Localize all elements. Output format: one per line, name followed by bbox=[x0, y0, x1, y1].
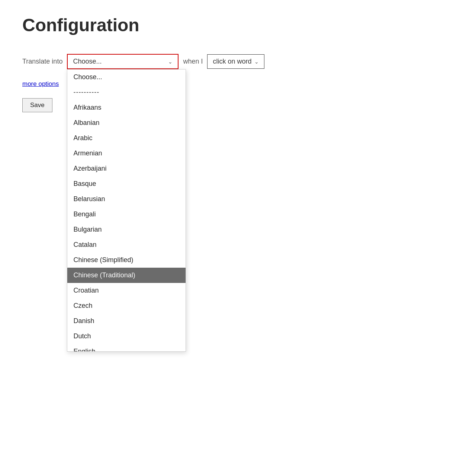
language-option[interactable]: Bulgarian bbox=[67, 222, 186, 237]
language-chevron-icon: ⌄ bbox=[168, 59, 173, 65]
config-row: Translate into Choose... ⌄ Choose...----… bbox=[22, 54, 454, 69]
language-option[interactable]: Afrikaans bbox=[67, 100, 186, 115]
language-option[interactable]: Chinese (Simplified) bbox=[67, 252, 186, 268]
when-select-value: click on word bbox=[213, 58, 251, 65]
language-option[interactable]: Czech bbox=[67, 298, 186, 313]
language-option[interactable]: Danish bbox=[67, 313, 186, 329]
when-label: when I bbox=[183, 58, 203, 65]
save-button[interactable]: Save bbox=[22, 98, 52, 112]
language-option[interactable]: Croatian bbox=[67, 283, 186, 298]
language-dropdown-menu: Choose...----------AfrikaansAlbanianArab… bbox=[67, 69, 186, 352]
language-option[interactable]: Albanian bbox=[67, 115, 186, 130]
language-dropdown-container: Choose... ⌄ Choose...----------Afrikaans… bbox=[67, 54, 178, 69]
language-option[interactable]: Bengali bbox=[67, 207, 186, 222]
language-option[interactable]: ---------- bbox=[67, 85, 186, 100]
language-option[interactable]: Catalan bbox=[67, 237, 186, 252]
language-select-button[interactable]: Choose... ⌄ bbox=[67, 54, 178, 69]
language-option[interactable]: Armenian bbox=[67, 146, 186, 161]
language-option[interactable]: Choose... bbox=[67, 70, 186, 85]
language-option[interactable]: Basque bbox=[67, 176, 186, 191]
language-option[interactable]: Dutch bbox=[67, 329, 186, 344]
language-option[interactable]: English bbox=[67, 344, 186, 352]
language-option[interactable]: Arabic bbox=[67, 130, 186, 146]
language-option[interactable]: Chinese (Traditional) bbox=[67, 268, 186, 283]
page-title: Configuration bbox=[22, 15, 454, 35]
when-chevron-icon: ⌄ bbox=[254, 59, 259, 65]
language-option[interactable]: Azerbaijani bbox=[67, 161, 186, 176]
translate-into-label: Translate into bbox=[22, 58, 62, 65]
when-select-button[interactable]: click on word ⌄ bbox=[207, 54, 264, 69]
language-option[interactable]: Belarusian bbox=[67, 191, 186, 207]
language-select-value: Choose... bbox=[73, 58, 102, 65]
